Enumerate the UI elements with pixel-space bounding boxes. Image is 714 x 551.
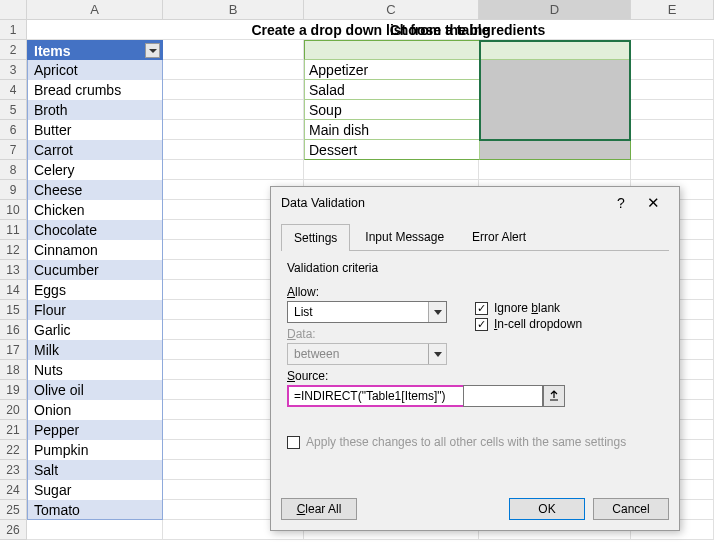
row-header-11[interactable]: 11 — [0, 220, 27, 240]
table-header-items[interactable]: Items — [27, 40, 163, 60]
cell[interactable] — [631, 100, 714, 120]
items-cell[interactable]: Pumpkin — [27, 440, 163, 460]
items-cell[interactable]: Apricot — [27, 60, 163, 80]
items-cell[interactable]: Flour — [27, 300, 163, 320]
cell[interactable] — [163, 120, 304, 140]
cell[interactable] — [631, 80, 714, 100]
row-header-10[interactable]: 10 — [0, 200, 27, 220]
row-header-9[interactable]: 9 — [0, 180, 27, 200]
tab-error-alert[interactable]: Error Alert — [459, 223, 539, 250]
items-cell[interactable]: Chicken — [27, 200, 163, 220]
items-cell[interactable]: Cinnamon — [27, 240, 163, 260]
items-cell[interactable]: Cucumber — [27, 260, 163, 280]
cell[interactable] — [631, 160, 714, 180]
col-header-E[interactable]: E — [631, 0, 714, 20]
col-header-C[interactable]: C — [304, 0, 479, 20]
row-header-20[interactable]: 20 — [0, 400, 27, 420]
items-cell[interactable]: Nuts — [27, 360, 163, 380]
items-cell[interactable]: Bread crumbs — [27, 80, 163, 100]
row-header-13[interactable]: 13 — [0, 260, 27, 280]
ingredients-label[interactable]: Appetizer — [304, 60, 479, 80]
items-cell[interactable]: Chocolate — [27, 220, 163, 240]
cell[interactable] — [631, 140, 714, 160]
row-header-1[interactable]: 1 — [0, 20, 27, 40]
filter-icon[interactable] — [145, 43, 160, 58]
cell[interactable] — [304, 160, 479, 180]
items-cell[interactable]: Sugar — [27, 480, 163, 500]
col-header-D[interactable]: D — [479, 0, 631, 20]
chevron-down-icon — [428, 302, 446, 322]
cell[interactable] — [479, 160, 631, 180]
tab-settings[interactable]: Settings — [281, 224, 350, 251]
ingredients-selection-cell[interactable] — [479, 100, 631, 120]
row-header-23[interactable]: 23 — [0, 460, 27, 480]
tab-input-message[interactable]: Input Message — [352, 223, 457, 250]
ignore-blank-checkbox[interactable]: ✓ Ignore blank — [475, 301, 582, 315]
row-header-4[interactable]: 4 — [0, 80, 27, 100]
items-cell[interactable]: Cheese — [27, 180, 163, 200]
source-input-ext[interactable] — [463, 385, 543, 407]
row-header-25[interactable]: 25 — [0, 500, 27, 520]
cell[interactable] — [163, 40, 304, 60]
cell[interactable] — [163, 160, 304, 180]
select-all[interactable] — [0, 0, 27, 20]
items-cell[interactable]: Eggs — [27, 280, 163, 300]
row-header-24[interactable]: 24 — [0, 480, 27, 500]
clear-all-button[interactable]: Clear All — [281, 498, 357, 520]
ingredients-selection-cell[interactable] — [479, 140, 631, 160]
cell[interactable] — [631, 60, 714, 80]
range-picker-icon[interactable] — [543, 385, 565, 407]
items-cell[interactable]: Salt — [27, 460, 163, 480]
cell[interactable] — [631, 40, 714, 60]
row-header-21[interactable]: 21 — [0, 420, 27, 440]
items-cell[interactable]: Carrot — [27, 140, 163, 160]
items-cell[interactable]: Celery — [27, 160, 163, 180]
row-header-3[interactable]: 3 — [0, 60, 27, 80]
cell[interactable] — [27, 520, 163, 540]
row-header-12[interactable]: 12 — [0, 240, 27, 260]
items-cell[interactable]: Pepper — [27, 420, 163, 440]
items-cell[interactable]: Broth — [27, 100, 163, 120]
row-header-16[interactable]: 16 — [0, 320, 27, 340]
cell[interactable] — [631, 120, 714, 140]
row-header-22[interactable]: 22 — [0, 440, 27, 460]
help-icon[interactable]: ? — [605, 195, 637, 211]
items-cell[interactable]: Tomato — [27, 500, 163, 520]
row-header-5[interactable]: 5 — [0, 100, 27, 120]
ingredients-label[interactable]: Main dish — [304, 120, 479, 140]
ingredients-header-text — [479, 40, 631, 60]
ingredients-label[interactable]: Soup — [304, 100, 479, 120]
ingredients-selection-cell[interactable] — [479, 80, 631, 100]
row-header-18[interactable]: 18 — [0, 360, 27, 380]
row-header-7[interactable]: 7 — [0, 140, 27, 160]
items-cell[interactable]: Butter — [27, 120, 163, 140]
row-header-14[interactable]: 14 — [0, 280, 27, 300]
ingredients-selection-cell[interactable] — [479, 60, 631, 80]
row-header-19[interactable]: 19 — [0, 380, 27, 400]
cell[interactable] — [163, 60, 304, 80]
ingredients-label[interactable]: Dessert — [304, 140, 479, 160]
in-cell-dropdown-checkbox[interactable]: ✓ In-cell dropdown — [475, 317, 582, 331]
row-header-17[interactable]: 17 — [0, 340, 27, 360]
row-header-2[interactable]: 2 — [0, 40, 27, 60]
cancel-button[interactable]: Cancel — [593, 498, 669, 520]
ingredients-selection-cell[interactable] — [479, 120, 631, 140]
source-input[interactable]: =INDIRECT("Table1[Items]") — [287, 385, 463, 407]
items-cell[interactable]: Garlic — [27, 320, 163, 340]
row-header-15[interactable]: 15 — [0, 300, 27, 320]
cell[interactable] — [163, 100, 304, 120]
allow-select[interactable]: List — [287, 301, 447, 323]
ok-button[interactable]: OK — [509, 498, 585, 520]
col-header-B[interactable]: B — [163, 0, 304, 20]
col-header-A[interactable]: A — [27, 0, 163, 20]
items-cell[interactable]: Onion — [27, 400, 163, 420]
row-header-8[interactable]: 8 — [0, 160, 27, 180]
row-header-6[interactable]: 6 — [0, 120, 27, 140]
cell[interactable] — [163, 140, 304, 160]
cell[interactable] — [163, 80, 304, 100]
ingredients-label[interactable]: Salad — [304, 80, 479, 100]
row-header-26[interactable]: 26 — [0, 520, 27, 540]
items-cell[interactable]: Milk — [27, 340, 163, 360]
close-icon[interactable]: ✕ — [637, 194, 669, 212]
items-cell[interactable]: Olive oil — [27, 380, 163, 400]
